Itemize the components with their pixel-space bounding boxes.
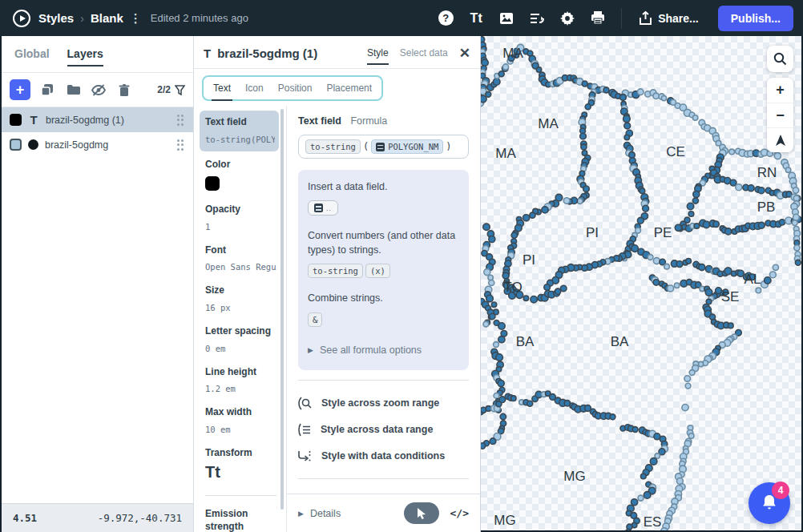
code-view-button[interactable]: </>: [450, 507, 469, 519]
panel-footer: ▶ Details </>: [287, 494, 480, 532]
image-icon[interactable]: [493, 5, 520, 32]
property-scrollbar[interactable]: [280, 109, 284, 510]
cursor-coordinates: -9.972,-40.731: [98, 512, 182, 524]
formula-fn-chip[interactable]: to-string: [305, 139, 361, 154]
map-zoom-controls: + −: [767, 78, 793, 152]
formula-panel: Text field Formula to-string ( POLYGON_N…: [287, 106, 480, 532]
style-with-data-conditions[interactable]: Style with data conditions: [298, 443, 469, 469]
sidebar-tabs: Global Layers: [2, 36, 193, 73]
style-panel: T brazil-5ogdmg (1) Style Select data ✕ …: [194, 36, 481, 532]
zoom-level: 4.51: [13, 512, 37, 524]
doc-menu-icon[interactable]: ⋮: [130, 11, 143, 26]
details-toggle[interactable]: ▶ Details: [298, 508, 341, 519]
formula-mode-label: Formula: [350, 115, 387, 127]
help-combine-text: Combine strings.: [308, 291, 459, 305]
panel-header: T brazil-5ogdmg (1) Style Select data ✕: [194, 36, 480, 69]
expand-triangle-icon: ▶: [298, 510, 304, 518]
layer-color-swatch: [10, 139, 22, 151]
style-across-data-range[interactable]: Style across data range: [298, 417, 469, 443]
subtab-position[interactable]: Position: [278, 83, 313, 94]
drag-handle-icon[interactable]: [177, 115, 184, 126]
zoom-out-button[interactable]: −: [767, 103, 793, 127]
map-border-dots: [481, 36, 803, 532]
app-window: Styles › Blank ⋮ Edited 2 minutes ago ? …: [0, 0, 803, 532]
layer-row-text[interactable]: T brazil-5ogdmg (1): [2, 107, 193, 132]
search-icon: [773, 52, 787, 66]
property-max-width[interactable]: Max width 10 em: [194, 401, 286, 441]
style-across-zoom-range[interactable]: Style across zoom range: [298, 390, 469, 417]
layer-row-point[interactable]: brazil-5ogdmg: [2, 132, 193, 157]
point-layer-icon: [28, 139, 38, 150]
property-list: Text field to-string(POLY… Color Opacity…: [194, 106, 287, 532]
property-size[interactable]: Size 16 px: [194, 279, 286, 320]
see-all-formula-options[interactable]: ▶ See all formula options: [308, 340, 459, 367]
tab-layers[interactable]: Layers: [67, 47, 103, 66]
publish-button[interactable]: Publish...: [718, 6, 793, 31]
tab-style[interactable]: Style: [367, 47, 389, 65]
formula-field-chip[interactable]: POLYGON_NM: [371, 139, 443, 154]
tab-select-data[interactable]: Select data: [400, 47, 448, 65]
layers-toolbar: + 2/2: [2, 73, 193, 107]
zoom-in-button[interactable]: +: [767, 78, 793, 103]
data-field-icon: [314, 204, 323, 212]
printer-icon[interactable]: [584, 5, 611, 32]
text-layer-icon: T: [28, 113, 39, 127]
tab-global[interactable]: Global: [14, 47, 50, 66]
topbar-divider: [621, 8, 622, 29]
style-subtabs: Text Icon Position Placement: [194, 69, 480, 106]
filter-icon[interactable]: [175, 85, 185, 95]
property-transform[interactable]: Transform Tt: [194, 441, 286, 490]
share-label: Share...: [658, 12, 699, 25]
list-export-icon[interactable]: [523, 5, 551, 32]
breadcrumb-doc[interactable]: Blank: [91, 11, 123, 25]
insert-field-button[interactable]: ..: [308, 200, 338, 216]
divider: [298, 478, 469, 479]
map-status-bar: 4.51 -9.972,-40.731: [2, 503, 193, 532]
property-line-height[interactable]: Line height 1.2 em: [194, 361, 286, 401]
add-layer-button[interactable]: +: [10, 79, 30, 100]
help-insert-text: Insert a data field.: [308, 179, 459, 194]
help-icon[interactable]: ?: [432, 5, 459, 32]
divider: [298, 380, 469, 381]
layer-color-swatch: [10, 114, 22, 126]
topbar-actions: ? Tt Share... Publish...: [432, 5, 793, 32]
edited-status: Edited 2 minutes ago: [151, 12, 248, 24]
zoom-range-icon: [298, 397, 312, 410]
app-logo-icon[interactable]: [13, 10, 30, 27]
property-opacity[interactable]: Opacity 1: [194, 198, 286, 239]
data-conditions-icon: [298, 449, 312, 462]
compass-arrow-icon: [775, 135, 786, 147]
help-convert-text: Convert numbers (and other data types) t…: [308, 228, 459, 257]
hide-layers-icon[interactable]: [90, 81, 107, 99]
property-letter-spacing[interactable]: Letter spacing 0 em: [194, 320, 286, 361]
gear-icon[interactable]: [554, 5, 581, 32]
panel-title: brazil-5ogdmg (1): [217, 46, 356, 60]
x-arg-chip[interactable]: (x): [365, 264, 390, 278]
property-font[interactable]: Font Open Sans Regu…: [194, 239, 286, 280]
breadcrumb-app[interactable]: Styles: [38, 11, 74, 25]
compass-button[interactable]: [767, 127, 793, 152]
color-swatch[interactable]: [205, 176, 220, 191]
to-string-chip[interactable]: to-string: [308, 264, 363, 278]
delete-layer-icon[interactable]: [115, 81, 133, 99]
share-button[interactable]: Share...: [632, 6, 707, 30]
pointer-tool-button[interactable]: [404, 502, 439, 524]
folder-icon[interactable]: [64, 81, 82, 99]
data-field-icon: [376, 143, 385, 151]
layers-sidebar: Global Layers + 2/2: [0, 36, 194, 532]
subtab-icon[interactable]: Icon: [245, 83, 264, 94]
property-text-field[interactable]: Text field to-string(POLY…: [200, 111, 279, 151]
map-search-button[interactable]: [767, 46, 793, 72]
ampersand-chip[interactable]: &: [308, 312, 322, 327]
duplicate-icon[interactable]: [38, 81, 56, 99]
subtab-placement[interactable]: Placement: [326, 83, 372, 94]
property-color[interactable]: Color: [194, 153, 286, 199]
layer-name: brazil-5ogdmg (1): [46, 115, 171, 126]
close-icon[interactable]: ✕: [459, 45, 470, 62]
drag-handle-icon[interactable]: [177, 139, 184, 151]
typography-icon[interactable]: Tt: [462, 5, 490, 32]
property-emission-strength[interactable]: Emission strength 1 intensity: [194, 502, 286, 532]
formula-input[interactable]: to-string ( POLYGON_NM ): [298, 135, 469, 159]
subtab-text[interactable]: Text: [213, 83, 231, 94]
map-canvas[interactable]: + − 4 MAMAMACERNPBPIPEPITOALSEBABAMGMGES: [481, 36, 803, 532]
